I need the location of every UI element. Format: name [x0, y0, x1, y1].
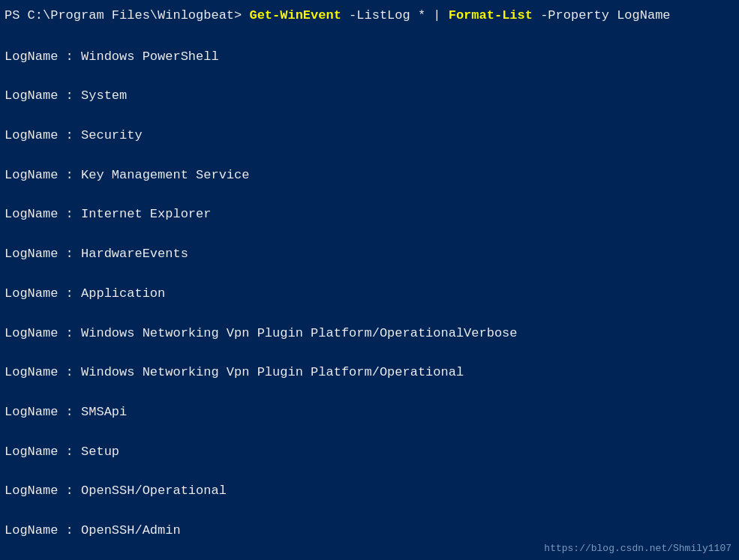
empty-line-3: [5, 106, 734, 126]
cmd-get-winevent: Get-WinEvent: [249, 6, 341, 25]
empty-line-8: [5, 304, 734, 323]
log-entry-6: LogName : Application: [5, 284, 734, 304]
log-entry-7: LogName : Windows Networking Vpn Plugin …: [5, 324, 734, 343]
empty-line-7: [5, 264, 734, 283]
log-entry-10: LogName : Setup: [5, 442, 734, 462]
command-line: PS C:\Program Files\Winlogbeat> Get-WinE…: [5, 6, 734, 25]
empty-line-1: [5, 27, 734, 46]
prompt-text: PS C:\Program Files\Winlogbeat>: [5, 6, 249, 25]
log-entry-2: LogName : Security: [5, 126, 734, 145]
cmd-wildcard: *: [418, 6, 425, 25]
empty-line-4: [5, 145, 734, 165]
watermark-text: https://blog.csdn.net/Shmily1107: [544, 543, 731, 554]
cmd-format-list: Format-List: [449, 6, 533, 25]
log-entry-12: LogName : OpenSSH/Admin: [5, 521, 734, 541]
log-entries: LogName : Windows PowerShell LogName : S…: [5, 47, 734, 560]
log-entry-8: LogName : Windows Networking Vpn Plugin …: [5, 363, 734, 382]
empty-line-11: [5, 422, 734, 442]
empty-line-9: [5, 343, 734, 363]
cmd-property-param: -Property: [533, 6, 617, 25]
log-entry-5: LogName : HardwareEvents: [5, 244, 734, 264]
empty-line-10: [5, 383, 734, 403]
empty-line-2: [5, 67, 734, 86]
log-entry-11: LogName : OpenSSH/Operational: [5, 481, 734, 501]
log-entry-3: LogName : Key Management Service: [5, 166, 734, 185]
log-entry-4: LogName : Internet Explorer: [5, 205, 734, 224]
empty-line-12: [5, 462, 734, 481]
empty-line-6: [5, 225, 734, 244]
log-entry-0: LogName : Windows PowerShell: [5, 47, 734, 67]
log-entry-1: LogName : System: [5, 86, 734, 106]
cmd-logname-arg: LogName: [617, 6, 670, 25]
empty-line-5: [5, 185, 734, 205]
log-entry-9: LogName : SMSApi: [5, 403, 734, 422]
cmd-listlog-param: -ListLog: [341, 6, 418, 25]
terminal-window: PS C:\Program Files\Winlogbeat> Get-WinE…: [0, 0, 739, 560]
cmd-pipe: |: [425, 6, 449, 25]
empty-line-13: [5, 502, 734, 521]
